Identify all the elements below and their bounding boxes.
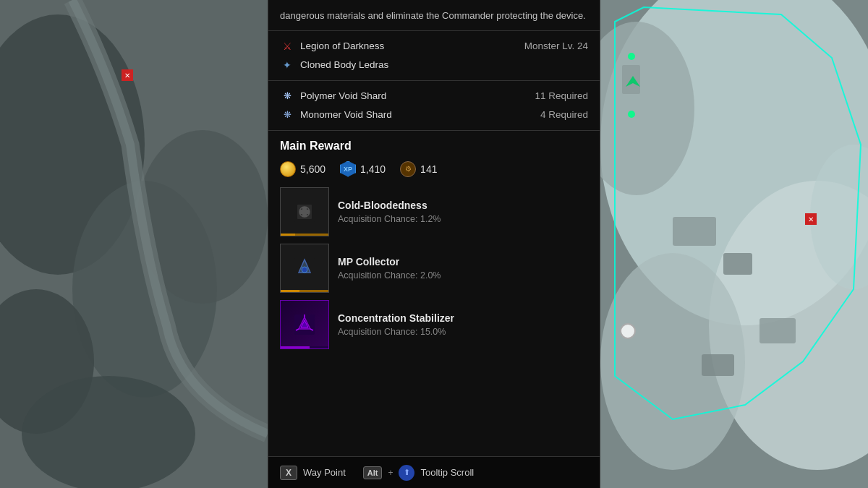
- panel: dangerous materials and eliminate the Co…: [268, 0, 600, 488]
- xp-icon: XP: [340, 161, 356, 177]
- description-area: dangerous materials and eliminate the Co…: [268, 0, 600, 31]
- faction-row: ⚔ Legion of Darkness Monster Lv. 24: [280, 37, 588, 56]
- map-right: ✕: [600, 0, 868, 488]
- reward-item-image-1: [280, 244, 329, 293]
- guild-value: 141: [420, 163, 437, 175]
- item-0-chance: Acquisition Chance: 1.2%: [338, 214, 588, 224]
- polymer-required: 11 Required: [535, 90, 588, 101]
- clone-left: ✦ Cloned Body Ledras: [280, 58, 388, 72]
- item-2-chance: Acquisition Chance: 15.0%: [338, 327, 588, 337]
- svg-rect-23: [299, 210, 310, 214]
- monster-level: Monster Lv. 24: [524, 40, 588, 51]
- item-1-progress-fill: [281, 290, 299, 292]
- svg-point-17: [628, 53, 635, 60]
- reward-item-image-2: [280, 300, 329, 349]
- scroll-icon: ⬆: [399, 465, 414, 481]
- faction-icon: ⚔: [280, 39, 294, 53]
- reward-item-0: Cold-Bloodedness Acquisition Chance: 1.2…: [280, 187, 588, 236]
- faction-left: ⚔ Legion of Darkness: [280, 39, 384, 53]
- material-row-0: ❋ Polymer Void Shard 11 Required: [280, 87, 588, 106]
- item-0-name: Cold-Bloodedness: [338, 200, 588, 211]
- map-circle-indicator: [620, 323, 636, 339]
- monomer-icon: ❋: [280, 108, 294, 122]
- waypoint-label: Way Point: [303, 467, 346, 478]
- svg-rect-11: [723, 253, 752, 275]
- reward-item-info-2: Concentration Stabilizer Acquisition Cha…: [338, 312, 588, 337]
- reward-section: Main Reward 5,600 XP 1,410 ⚙ 141: [268, 131, 600, 457]
- map-marker-left-1: ✕: [122, 69, 133, 81]
- polymer-icon: ❋: [280, 89, 294, 103]
- svg-point-18: [628, 111, 635, 118]
- item-2-progress-bar: [281, 346, 328, 348]
- svg-rect-10: [673, 217, 716, 246]
- item-1-progress-bar: [281, 290, 328, 292]
- item-1-chance: Acquisition Chance: 2.0%: [338, 270, 588, 281]
- svg-rect-13: [702, 354, 734, 376]
- material-left-1: ❋ Monomer Void Shard: [280, 108, 392, 122]
- reward-currency-row: 5,600 XP 1,410 ⚙ 141: [280, 161, 588, 177]
- xp-value: 1,410: [360, 163, 386, 175]
- bottom-bar: X Way Point Alt + ⬆ Tooltip Scroll: [268, 456, 600, 488]
- polymer-name: Polymer Void Shard: [300, 90, 386, 101]
- info-section: ⚔ Legion of Darkness Monster Lv. 24 ✦ Cl…: [268, 31, 600, 81]
- alt-key-badge: Alt: [363, 466, 383, 479]
- tooltip-scroll-action[interactable]: Alt + ⬆ Tooltip Scroll: [363, 465, 474, 481]
- item-1-name: MP Collector: [338, 256, 588, 267]
- description-text: dangerous materials and eliminate the Co…: [280, 10, 586, 21]
- materials-section: ❋ Polymer Void Shard 11 Required ❋ Monom…: [268, 81, 600, 131]
- item-0-progress-bar: [281, 234, 328, 236]
- svg-point-4: [22, 376, 195, 488]
- plus-sign: +: [388, 468, 393, 478]
- cold-bloodedness-icon: [281, 188, 328, 236]
- reward-item-info-1: MP Collector Acquisition Chance: 2.0%: [338, 256, 588, 281]
- reward-item-info-0: Cold-Bloodedness Acquisition Chance: 1.2…: [338, 200, 588, 224]
- map-marker-right-1: ✕: [805, 213, 817, 225]
- gold-currency: 5,600: [280, 161, 326, 177]
- gold-icon: [280, 161, 296, 177]
- item-2-progress-fill: [281, 346, 310, 348]
- waypoint-action[interactable]: X Way Point: [280, 466, 346, 480]
- concentration-stabilizer-icon: [281, 301, 328, 348]
- xp-currency: XP 1,410: [340, 161, 386, 177]
- reward-item-2: Concentration Stabilizer Acquisition Cha…: [280, 300, 588, 349]
- reward-item-image-0: [280, 187, 329, 236]
- monomer-required: 4 Required: [540, 109, 588, 120]
- material-left-0: ❋ Polymer Void Shard: [280, 89, 386, 103]
- waypoint-key: X: [280, 466, 297, 480]
- faction-name: Legion of Darkness: [300, 40, 384, 51]
- reward-item-1: MP Collector Acquisition Chance: 2.0%: [280, 244, 588, 293]
- clone-row: ✦ Cloned Body Ledras: [280, 56, 588, 74]
- clone-icon: ✦: [280, 58, 294, 72]
- item-2-name: Concentration Stabilizer: [338, 312, 588, 324]
- guild-currency: ⚙ 141: [400, 161, 437, 177]
- reward-title: Main Reward: [280, 140, 588, 153]
- item-0-progress-fill: [281, 234, 295, 236]
- tooltip-scroll-label: Tooltip Scroll: [420, 467, 474, 478]
- map-left: ✕: [0, 0, 268, 488]
- clone-name: Cloned Body Ledras: [300, 59, 388, 70]
- svg-point-26: [302, 267, 307, 273]
- material-row-1: ❋ Monomer Void Shard 4 Required: [280, 106, 588, 124]
- svg-rect-12: [760, 318, 796, 343]
- guild-icon: ⚙: [400, 161, 416, 177]
- gold-value: 5,600: [300, 163, 326, 175]
- mp-collector-icon: [281, 244, 328, 292]
- monomer-name: Monomer Void Shard: [300, 109, 392, 120]
